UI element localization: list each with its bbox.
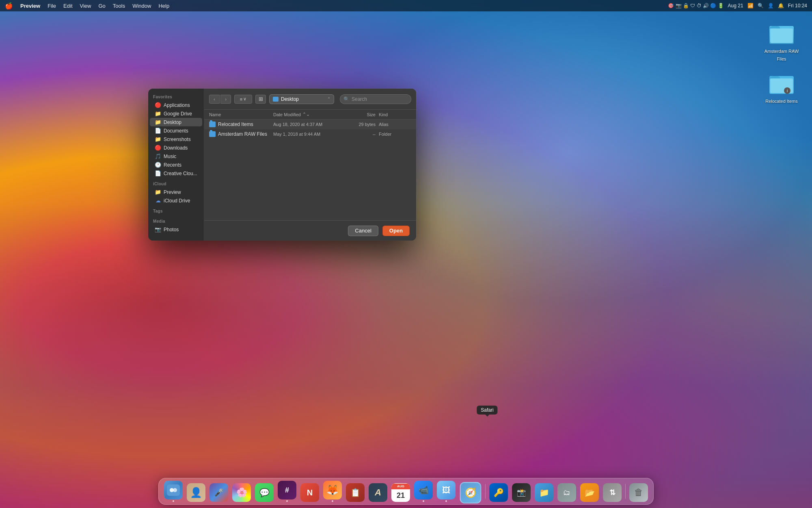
dock-item-trash[interactable]: 🗑: [628, 481, 649, 502]
desktop-label: Desktop: [164, 119, 181, 125]
sidebar: Favorites 🔴 Applications 📁 Google Drive …: [148, 89, 204, 241]
sidebar-item-documents[interactable]: 📄 Documents: [150, 126, 202, 135]
desktop-icon-relocated[interactable]: i Relocated Items: [763, 70, 800, 104]
dock-item-1password[interactable]: 🔑: [488, 481, 509, 502]
music-icon: 🎵: [155, 153, 161, 159]
dock-item-folder-manager[interactable]: 📂: [579, 481, 600, 502]
dock-item-safari[interactable]: 🧭: [458, 479, 483, 504]
desktop-icon-amsterdam[interactable]: Amsterdam RAW Files: [763, 20, 800, 62]
location-chevron-icon: ⌃: [327, 97, 330, 101]
dock-item-filezilla[interactable]: ⇅: [602, 481, 623, 502]
creative-cloud-label: Creative Clou...: [164, 171, 197, 176]
menu-help[interactable]: Help: [158, 3, 169, 9]
sidebar-item-recents[interactable]: 🕐 Recents: [150, 161, 202, 169]
dock-item-calendar[interactable]: AUG 21: [390, 481, 411, 502]
sidebar-item-desktop[interactable]: 📁 Desktop: [150, 118, 202, 126]
menu-go[interactable]: Go: [98, 3, 105, 9]
folder-manager-icon: 📂: [580, 483, 599, 502]
dock-item-screenium[interactable]: 📸: [511, 481, 532, 502]
nav-buttons: ‹ ›: [209, 95, 231, 104]
main-content: ‹ › ≡ ∨ ⊞ Desktop ⌃: [204, 89, 416, 241]
relocated-folder-icon: i: [769, 70, 795, 96]
column-name[interactable]: Name: [209, 112, 273, 117]
back-button[interactable]: ‹: [209, 95, 220, 104]
dock-item-contacts[interactable]: 👤: [186, 481, 207, 502]
forward-button[interactable]: ›: [220, 95, 231, 104]
calendar-icon: AUG 21: [391, 483, 410, 502]
menu-edit[interactable]: Edit: [63, 3, 72, 9]
sidebar-item-photos[interactable]: 📷 Photos: [150, 225, 202, 234]
menu-file[interactable]: File: [48, 3, 56, 9]
dock-item-firefox[interactable]: 🦊: [322, 481, 343, 502]
favorites-label: Favorites: [148, 95, 204, 101]
sidebar-item-creative-cloud[interactable]: 📄 Creative Clou...: [150, 169, 202, 178]
dock-item-files[interactable]: 📁: [533, 481, 555, 502]
menubar-date: Aug 21: [728, 3, 743, 9]
svg-text:i: i: [787, 89, 788, 93]
column-size[interactable]: Size: [346, 112, 379, 117]
view-button[interactable]: ≡ ∨: [234, 95, 252, 104]
table-row[interactable]: Relocated Items Aug 18, 2020 at 4:37 AM …: [204, 119, 416, 129]
dock-item-zoom[interactable]: 📹: [413, 481, 434, 502]
dock-item-finder[interactable]: [163, 481, 184, 502]
recents-label: Recents: [164, 162, 181, 168]
dock-item-siri[interactable]: 🎤: [208, 481, 229, 502]
firefox-icon: 🦊: [323, 481, 342, 499]
dock-separator: [485, 484, 486, 499]
arrange-icon: ⊞: [259, 96, 263, 102]
file-size-relocated: 29 bytes: [346, 122, 379, 127]
open-button[interactable]: Open: [382, 226, 410, 236]
arrange-button[interactable]: ⊞: [255, 95, 266, 104]
sidebar-item-preview[interactable]: 📁 Preview: [150, 188, 202, 196]
dock-item-news[interactable]: N: [299, 481, 320, 502]
menubar-notification[interactable]: 🔔: [778, 3, 784, 9]
menu-window[interactable]: Window: [132, 3, 151, 9]
dock-item-photos[interactable]: 🌸: [231, 481, 252, 502]
dock-container: 👤 🎤 🌸 💬 # N 🦊 📋: [158, 478, 654, 505]
file-date-relocated: Aug 18, 2020 at 4:37 AM: [273, 122, 346, 127]
slack-icon: #: [278, 481, 296, 499]
sidebar-item-music[interactable]: 🎵 Music: [150, 152, 202, 161]
menubar-right: 🎯 📷 🔒 🛡 ⏱ 🔊 🔵 🔋 Aug 21 📶 🔍 👤 🔔 Fri 10:24: [668, 3, 807, 9]
dock-item-pockity[interactable]: 📋: [345, 481, 366, 502]
screenshots-icon: 📁: [155, 136, 161, 142]
menu-view[interactable]: View: [80, 3, 91, 9]
fileicon-icon: 🗂: [557, 483, 576, 502]
column-kind[interactable]: Kind: [379, 112, 411, 117]
tags-label: Tags: [148, 209, 204, 215]
dock-item-slack[interactable]: #: [276, 481, 298, 502]
menubar-control-center[interactable]: 👤: [768, 3, 774, 9]
sidebar-item-applications[interactable]: 🔴 Applications: [150, 101, 202, 109]
table-row[interactable]: Amsterdam RAW Files May 1, 2018 at 9:44 …: [204, 129, 416, 139]
dock-item-font[interactable]: A: [367, 481, 389, 502]
apple-menu[interactable]: 🍎: [5, 2, 13, 10]
preview-dot: [445, 500, 447, 502]
preview-sidebar-icon: 📁: [155, 189, 161, 195]
dock-separator-2: [625, 484, 626, 499]
dock-item-messages[interactable]: 💬: [254, 481, 275, 502]
screenium-icon: 📸: [512, 483, 531, 502]
sidebar-item-google-drive[interactable]: 📁 Google Drive: [150, 109, 202, 118]
photos-sidebar-icon: 📷: [155, 226, 161, 232]
menu-tools[interactable]: Tools: [113, 3, 125, 9]
menubar-wifi: 📶: [747, 3, 754, 9]
dock-item-fileicon[interactable]: 🗂: [556, 481, 577, 502]
media-label: Media: [148, 219, 204, 225]
downloads-icon: 🔴: [155, 145, 161, 151]
file-open-dialog[interactable]: Favorites 🔴 Applications 📁 Google Drive …: [148, 89, 416, 241]
location-bar[interactable]: Desktop ⌃: [269, 94, 334, 104]
menubar-search[interactable]: 🔍: [758, 3, 764, 9]
app-name[interactable]: Preview: [20, 3, 40, 9]
cancel-button[interactable]: Cancel: [348, 226, 378, 236]
menubar-icons: 🎯 📷 🔒 🛡 ⏱ 🔊 🔵 🔋: [668, 3, 723, 9]
dock: 👤 🎤 🌸 💬 # N 🦊 📋: [158, 478, 654, 505]
desktop-background: [0, 0, 812, 508]
slack-dot: [286, 500, 288, 502]
sidebar-item-screenshots[interactable]: 📁 Screenshots: [150, 135, 202, 143]
sidebar-item-icloud-drive[interactable]: ☁ iCloud Drive: [150, 196, 202, 205]
column-date[interactable]: Date Modified ⌃⌄: [273, 112, 346, 117]
dock-item-preview[interactable]: 🖼: [436, 481, 457, 502]
sidebar-item-downloads[interactable]: 🔴 Downloads: [150, 143, 202, 152]
empty-area: [204, 139, 416, 220]
search-bar[interactable]: 🔍 Search: [340, 94, 411, 104]
